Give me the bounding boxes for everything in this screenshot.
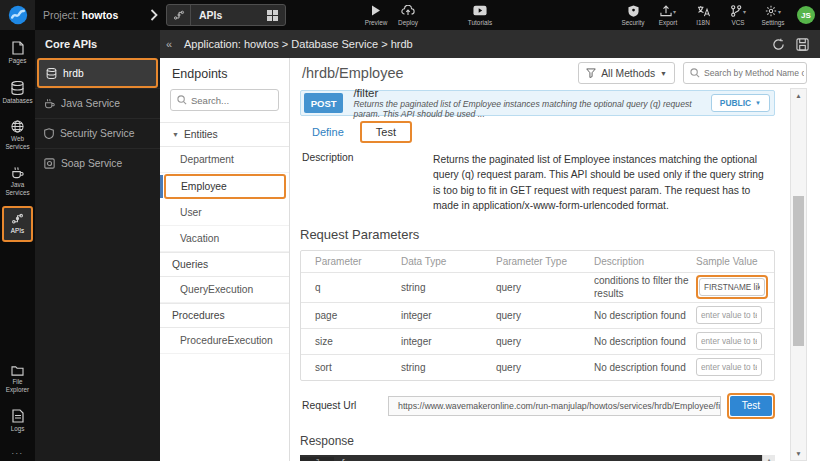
export-button[interactable]: ▾ Export [652,0,684,30]
scrollbar-thumb[interactable] [793,196,804,346]
tab-define[interactable]: Define [300,121,356,143]
methods-filter-label: All Methods [601,68,655,79]
table-row: page integer query No description found [301,302,774,328]
cloud-upload-icon [401,5,415,17]
sample-value-input-size[interactable] [696,332,762,350]
sidebar-item-logs[interactable]: Logs [2,403,33,440]
test-button[interactable]: Test [730,396,772,416]
param-name: page [301,310,401,321]
response-editor[interactable]: 1▾ { 2▾ "content": [ 3▾ { 4 "empId": 5, … [300,455,775,461]
user-avatar[interactable]: JS [797,6,815,24]
fold-icon[interactable]: ▾ [324,457,334,461]
scroll-up-icon[interactable]: ▲ [767,455,771,461]
sidebar-item-databases[interactable]: Databases [2,75,33,112]
tab-apis[interactable]: APIs [166,4,286,26]
param-data-type: integer [401,310,496,321]
table-row: q string query conditions to filter the … [301,272,774,302]
method-search[interactable] [683,62,807,84]
detail-tabs: Define Test [300,121,775,143]
collapse-panel-button[interactable]: « [160,38,178,50]
sidebar-item-label: Java Services [5,181,30,196]
param-name: q [301,282,401,293]
method-search-input[interactable] [704,68,804,78]
scroll-up-icon[interactable]: ▲ [791,92,806,99]
endpoint-item-queryexecution[interactable]: QueryExecution [160,276,289,303]
export-label: Export [659,19,677,26]
caret-down-icon: ▾ [778,8,781,15]
save-icon[interactable] [796,38,809,51]
folder-icon [11,365,24,376]
editor-scrollbar[interactable]: ▲ ▼ [762,455,775,461]
endpoint-item-employee[interactable]: Employee [164,174,286,199]
sidebar-item-file-explorer[interactable]: File Explorer [2,359,33,400]
coffee-icon [11,166,24,179]
http-method-badge[interactable]: POST [304,93,343,113]
sidebar-item-java-services[interactable]: Java Services [2,160,33,203]
endpoint-item-procedureexecution[interactable]: ProcedureExecution [160,327,289,354]
sample-value-input-page[interactable] [696,306,762,324]
endpoint-item-user[interactable]: User [160,200,289,226]
api-path-block: /filter Returns the paginated list of Em… [353,87,710,120]
security-button[interactable]: Security [617,0,649,30]
column-header: Description [594,255,696,268]
header-actions [772,38,820,51]
chevron-right-icon [150,9,158,21]
deploy-button[interactable]: Deploy [392,0,424,30]
wavemaker-logo[interactable] [0,0,35,30]
tutorials-label: Tutorials [468,19,492,26]
sidebar-item-pages[interactable]: Pages [2,35,33,72]
api-icon [11,212,24,225]
description-label: Description [300,152,433,214]
sample-value-input-sort[interactable] [696,358,762,376]
core-api-item-security-service[interactable]: Security Service [35,118,160,148]
scroll-down-icon[interactable]: ▼ [791,450,806,457]
sidebar-item-apis[interactable]: APIs [2,206,33,242]
section-label: Entities [184,129,218,140]
sample-value-input-q[interactable] [699,278,765,296]
settings-button[interactable]: ▾ Settings [757,0,789,30]
core-api-item-hrdb[interactable]: hrdb [37,58,158,88]
core-api-label: Java Service [61,98,120,109]
response-title: Response [300,434,775,448]
top-bar: Project: howtos APIs Preview Deploy Tuto… [0,0,820,30]
tab-test[interactable]: Test [360,121,412,143]
visibility-dropdown[interactable]: PUBLIC ▼ [711,94,770,112]
branch-icon [730,5,742,17]
section-entities[interactable]: ▼ Entities [160,122,289,147]
core-api-item-java-service[interactable]: Java Service [35,88,160,118]
endpoints-panel: Endpoints ▼ Entities Department Employee… [160,58,290,461]
endpoint-item-vacation[interactable]: Vacation [160,226,289,252]
methods-filter-dropdown[interactable]: All Methods ▼ [578,62,675,84]
section-label: Queries [172,259,208,270]
section-procedures[interactable]: Procedures [160,303,289,327]
left-rail: Pages Databases Web Services Java Servic… [0,30,35,461]
core-api-item-soap-service[interactable]: Soap Service [35,148,160,178]
param-data-type: string [401,362,496,373]
param-description: No description found [594,309,696,322]
api-method-row[interactable]: POST /filter Returns the paginated list … [300,90,775,116]
vcs-button[interactable]: ▾ VCS [722,0,754,30]
core-api-label: Soap Service [61,158,122,169]
grid-icon[interactable] [267,10,278,21]
page-scrollbar[interactable]: ▲ ▼ [790,88,807,461]
column-header: Parameter [301,256,401,267]
caret-down-icon: ▼ [172,131,179,138]
endpoints-search[interactable] [170,89,279,111]
core-api-label: hrdb [63,68,84,79]
i18n-button[interactable]: I18N [687,0,719,30]
caret-down-icon: ▾ [743,8,746,15]
shield-icon [44,128,54,139]
param-type: query [496,282,594,293]
preview-button[interactable]: Preview [360,0,392,30]
search-icon [690,68,700,78]
endpoint-item-department[interactable]: Department [160,147,289,173]
refresh-icon[interactable] [772,38,785,51]
sidebar-item-web-services[interactable]: Web Services [2,114,33,157]
section-queries[interactable]: Queries [160,252,289,276]
project-indicator: Project: howtos [43,9,118,21]
coffee-icon [44,98,55,109]
api-icon [167,5,191,25]
endpoints-search-input[interactable] [191,95,271,106]
more-options-icon[interactable]: ... [11,443,23,461]
tutorials-button[interactable]: Tutorials [464,0,496,30]
